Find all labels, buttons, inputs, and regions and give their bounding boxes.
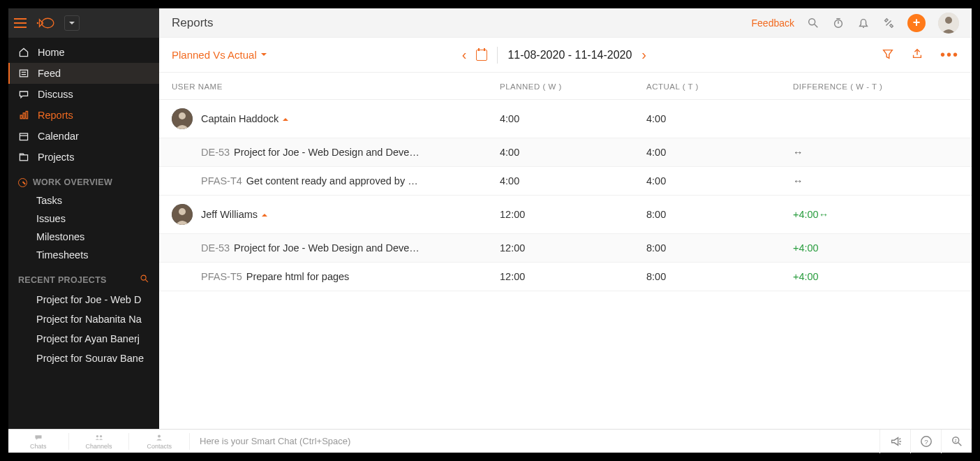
svg-point-22	[179, 112, 186, 119]
bell-icon[interactable]	[857, 17, 870, 29]
task-id: PFAS-T4	[201, 175, 242, 186]
report-subheader: Planned Vs Actual 11-08-2020 - 11-14-202…	[159, 38, 972, 73]
actual-value: 4:00	[646, 147, 793, 158]
planned-value: 4:00	[500, 175, 646, 186]
sidebar-item-timesheets[interactable]: Timesheets	[8, 246, 159, 264]
report-type-selector[interactable]: Planned Vs Actual	[172, 49, 267, 61]
svg-text:z: z	[954, 437, 956, 442]
sidebar-item-milestones[interactable]: Milestones	[8, 228, 159, 246]
sidebar-label: Reports	[38, 110, 73, 121]
add-button[interactable]: +	[907, 14, 926, 32]
recent-project-item[interactable]: Project for Ayan Banerj	[8, 329, 159, 349]
planned-value: 12:00	[500, 271, 646, 282]
swap-icon	[819, 209, 829, 220]
date-range[interactable]: 11-08-2020 - 11-14-2020	[507, 49, 632, 61]
svg-rect-7	[26, 111, 27, 118]
more-icon[interactable]: •••	[940, 47, 959, 63]
actual-value: 8:00	[646, 271, 793, 282]
svg-point-26	[99, 434, 101, 437]
sidebar-item-tasks[interactable]: Tasks	[8, 191, 159, 210]
tab-label: Chats	[30, 443, 47, 450]
svg-line-12	[145, 279, 148, 282]
user-name: Captain Haddock	[201, 113, 288, 124]
recent-project-item[interactable]: Project for Sourav Bane	[8, 349, 159, 368]
search-projects-icon[interactable]	[140, 274, 149, 286]
help-icon[interactable]: ?	[910, 430, 941, 453]
sidebar-item-issues[interactable]: Issues	[8, 210, 159, 228]
actual-value: 8:00	[646, 242, 793, 254]
divider	[497, 47, 498, 64]
planned-value: 12:00	[500, 209, 646, 220]
settings-icon[interactable]	[882, 17, 895, 29]
workspace-switcher[interactable]	[64, 15, 80, 31]
menu-icon[interactable]	[14, 18, 27, 28]
date-prev-icon[interactable]	[462, 47, 467, 63]
table-row-task[interactable]: DE-53Project for Joe - Web Design and De…	[159, 234, 972, 263]
svg-line-31	[958, 442, 961, 446]
search-icon[interactable]	[807, 17, 819, 29]
sidebar-item-reports[interactable]: Reports	[8, 105, 159, 126]
svg-point-27	[158, 434, 161, 437]
planned-value: 4:00	[500, 147, 646, 158]
col-actual: ACTUAL ( T )	[646, 82, 793, 91]
bottom-tab-contacts[interactable]: Contacts	[129, 433, 190, 450]
sidebar-item-feed[interactable]: Feed	[8, 63, 159, 84]
calendar-picker-icon[interactable]	[476, 50, 487, 61]
section-title: RECENT PROJECTS	[18, 275, 107, 285]
header-tools: Feedback +	[752, 13, 959, 34]
difference-value: +4:00	[793, 242, 959, 254]
clock-icon	[18, 178, 27, 187]
recent-project-item[interactable]: Project for Nabanita Na	[8, 309, 159, 329]
timer-icon[interactable]	[832, 17, 845, 29]
tab-label: Contacts	[147, 443, 172, 450]
table-row-user[interactable]: Jeff Williams12:008:00+4:00	[159, 196, 972, 234]
date-next-icon[interactable]	[641, 47, 646, 63]
bottom-bar: Chats Channels Contacts Here is your Sma…	[8, 429, 972, 453]
svg-point-11	[141, 275, 146, 280]
recent-projects-header: RECENT PROJECTS	[8, 264, 159, 290]
calendar-icon	[18, 131, 29, 142]
table-row-task[interactable]: PFAS-T5Prepare html for pages12:008:00+4…	[159, 263, 972, 291]
user-avatar-icon	[172, 108, 193, 129]
task-id: DE-53	[201, 242, 230, 254]
sidebar-label: Projects	[38, 152, 74, 163]
task-name: Prepare html for pages	[246, 271, 350, 282]
sidebar-item-home[interactable]: Home	[8, 42, 159, 63]
recent-project-item[interactable]: Project for Joe - Web D	[8, 290, 159, 309]
feed-icon	[18, 68, 29, 79]
planned-value: 12:00	[500, 242, 646, 254]
sidebar-label: Feed	[38, 68, 61, 79]
col-user: USER NAME	[172, 82, 500, 91]
feedback-link[interactable]: Feedback	[752, 17, 794, 29]
table-row-task[interactable]: DE-53Project for Joe - Web Design and De…	[159, 138, 972, 167]
work-overview-header[interactable]: WORK OVERVIEW	[8, 168, 159, 191]
sidebar-header	[8, 8, 159, 38]
task-id: DE-53	[201, 147, 230, 158]
col-planned: PLANNED ( W )	[500, 82, 646, 91]
sidebar-item-calendar[interactable]: Calendar	[8, 126, 159, 147]
bottom-tab-chats[interactable]: Chats	[8, 433, 69, 450]
sidebar-item-discuss[interactable]: Discuss	[8, 84, 159, 105]
difference-value	[793, 175, 959, 186]
announce-icon[interactable]	[879, 430, 910, 453]
filter-icon[interactable]	[882, 47, 894, 63]
report-table: USER NAME PLANNED ( W ) ACTUAL ( T ) DIF…	[159, 73, 972, 453]
user-avatar[interactable]	[938, 13, 959, 34]
bottom-right: ? z	[879, 430, 972, 453]
table-body: Captain Haddock4:004:00DE-53Project for …	[159, 100, 972, 291]
bottom-tab-channels[interactable]: Channels	[69, 433, 130, 450]
svg-point-1	[37, 22, 39, 24]
sidebar-item-projects[interactable]: Projects	[8, 147, 159, 168]
task-name: Project for Joe - Web Design and Deve…	[234, 147, 420, 158]
table-row-user[interactable]: Captain Haddock4:004:00	[159, 100, 972, 138]
export-icon[interactable]	[911, 47, 923, 63]
smart-chat-input[interactable]: Here is your Smart Chat (Ctrl+Space)	[190, 436, 879, 446]
logo-icon[interactable]	[34, 15, 57, 31]
planned-value: 4:00	[500, 113, 646, 124]
sidebar: Home Feed Discuss Reports Calendar	[8, 8, 159, 453]
table-row-task[interactable]: PFAS-T4Get content ready and approved by…	[159, 167, 972, 196]
report-type-label: Planned Vs Actual	[172, 49, 257, 61]
zoom-icon[interactable]: z	[941, 430, 972, 453]
swap-icon	[793, 147, 803, 158]
main-panel: Reports Feedback + Planned Vs Actual	[159, 8, 972, 453]
